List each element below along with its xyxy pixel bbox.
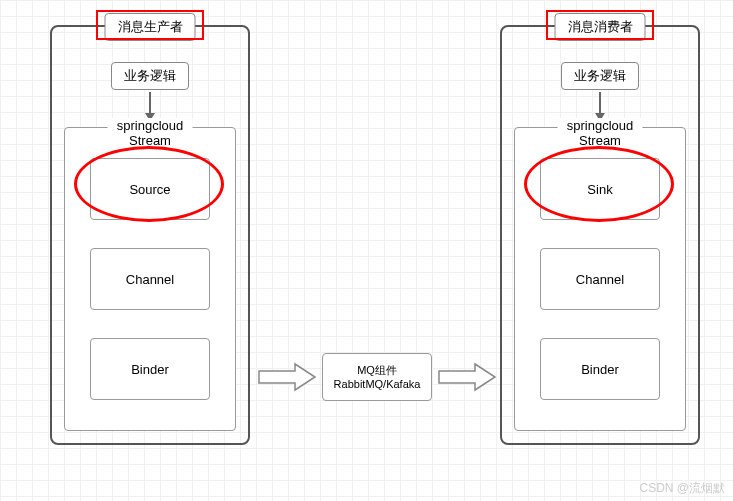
watermark: CSDN @流烟默: [639, 480, 725, 497]
consumer-title: 消息消费者: [555, 13, 646, 41]
block-arrow-right-icon: [257, 362, 317, 392]
consumer-channel-box: Channel: [540, 248, 660, 310]
producer-logic: 业务逻辑: [111, 62, 189, 90]
arrow-down-icon: [599, 92, 601, 120]
mq-label-2: RabbitMQ/Kafaka: [334, 377, 421, 391]
arrow-down-icon: [149, 92, 151, 120]
producer-stream-box: springcloud Stream Source Channel Binder: [64, 127, 236, 431]
producer-channel-box: Channel: [90, 248, 210, 310]
consumer-stream-label: springcloud Stream: [558, 118, 643, 148]
mq-label-1: MQ组件: [357, 363, 397, 377]
producer-title: 消息生产者: [105, 13, 196, 41]
consumer-stream-box: springcloud Stream Sink Channel Binder: [514, 127, 686, 431]
producer-binder-box: Binder: [90, 338, 210, 400]
sink-box: Sink: [540, 158, 660, 220]
source-box: Source: [90, 158, 210, 220]
consumer-container: 消息消费者 业务逻辑 springcloud Stream Sink Chann…: [500, 25, 700, 445]
producer-stream-label: springcloud Stream: [108, 118, 193, 148]
consumer-binder-box: Binder: [540, 338, 660, 400]
consumer-logic: 业务逻辑: [561, 62, 639, 90]
producer-container: 消息生产者 业务逻辑 springcloud Stream Source Cha…: [50, 25, 250, 445]
block-arrow-right-icon: [437, 362, 497, 392]
mq-box: MQ组件 RabbitMQ/Kafaka: [322, 353, 432, 401]
